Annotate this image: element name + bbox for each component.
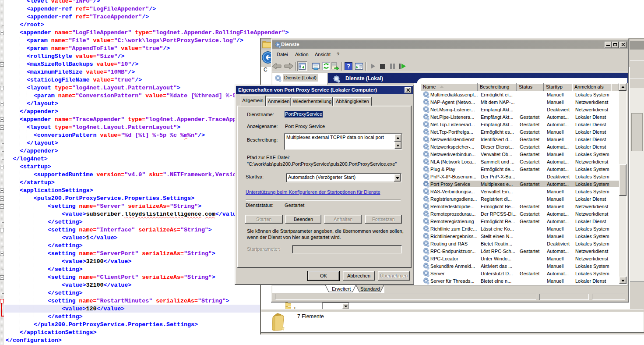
svg-text:?: ?	[347, 63, 351, 70]
